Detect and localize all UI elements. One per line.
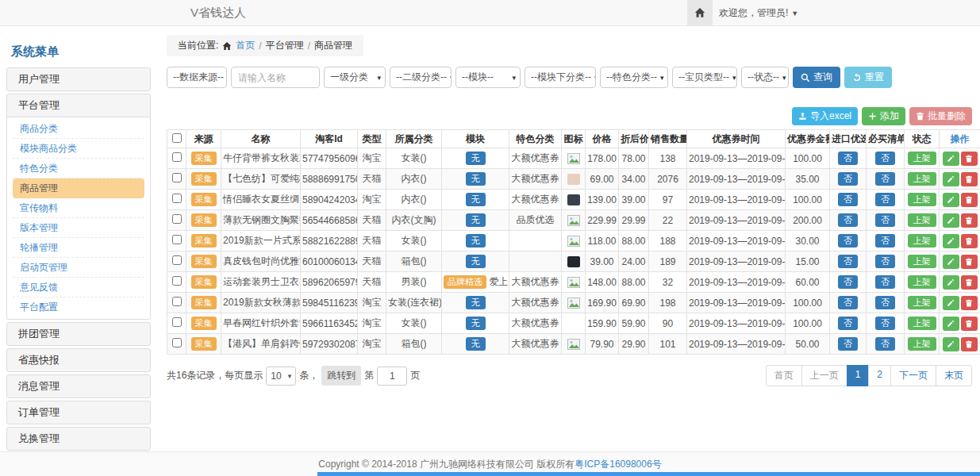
sidebar-item[interactable]: 启动页管理	[13, 258, 144, 278]
sidebar-group-header-6[interactable]: 兑换管理	[7, 428, 150, 450]
sidebar-item[interactable]: 模块商品分类	[13, 139, 144, 159]
sidebar-group-header-5[interactable]: 订单管理	[7, 401, 150, 424]
filter-select[interactable]: --状态--▾	[741, 67, 789, 88]
delete-button[interactable]	[961, 296, 978, 310]
sidebar-group-header-1[interactable]: 平台管理	[7, 94, 150, 117]
edit-button[interactable]	[943, 337, 959, 351]
edit-button[interactable]	[943, 296, 959, 310]
status-badge[interactable]: 上架	[908, 172, 936, 186]
page-button-1[interactable]: 1	[847, 365, 870, 386]
status-badge[interactable]: 上架	[908, 234, 936, 248]
must-buy-toggle[interactable]: 否	[875, 152, 895, 166]
must-buy-toggle[interactable]: 否	[875, 337, 895, 351]
row-checkbox[interactable]	[172, 255, 182, 265]
filter-select[interactable]: --模块下分类--▾	[525, 67, 596, 88]
home-shortcut-button[interactable]	[687, 0, 713, 25]
delete-button[interactable]	[961, 172, 978, 186]
import-select-toggle[interactable]: 否	[838, 152, 858, 166]
delete-button[interactable]	[961, 275, 978, 290]
icp-link[interactable]: 粤ICP备16098006号	[575, 459, 661, 470]
delete-button[interactable]	[961, 234, 978, 248]
jump-page-input[interactable]	[377, 367, 407, 386]
sidebar-group-header-4[interactable]: 消息管理	[7, 375, 150, 397]
page-button-首页[interactable]: 首页	[766, 365, 802, 386]
edit-button[interactable]	[943, 255, 959, 269]
import-select-toggle[interactable]: 否	[838, 234, 858, 248]
add-button[interactable]: 添加	[862, 107, 905, 125]
delete-button[interactable]	[961, 255, 978, 269]
sidebar-item[interactable]: 轮播管理	[13, 238, 144, 258]
status-badge[interactable]: 上架	[908, 317, 936, 331]
import-select-toggle[interactable]: 否	[838, 317, 858, 331]
row-checkbox[interactable]	[172, 214, 182, 224]
row-checkbox[interactable]	[172, 235, 182, 244]
row-checkbox[interactable]	[172, 173, 182, 182]
row-checkbox[interactable]	[172, 276, 182, 286]
page-button-下一页[interactable]: 下一页	[890, 365, 936, 386]
status-badge[interactable]: 上架	[908, 296, 936, 310]
per-page-select[interactable]: 10▾	[266, 367, 296, 386]
row-checkbox[interactable]	[172, 152, 182, 162]
select-all-checkbox[interactable]	[172, 133, 182, 143]
delete-button[interactable]	[961, 317, 978, 331]
status-badge[interactable]: 上架	[908, 275, 936, 290]
sidebar-group-header-2[interactable]: 拼团管理	[7, 323, 150, 345]
filter-select[interactable]: --宝贝类型--▾	[672, 67, 737, 88]
import-select-toggle[interactable]: 否	[838, 275, 858, 290]
sidebar-group-header-0[interactable]: 用户管理	[7, 68, 150, 90]
row-checkbox[interactable]	[172, 297, 182, 306]
must-buy-toggle[interactable]: 否	[875, 317, 895, 331]
delete-button[interactable]	[961, 213, 978, 228]
must-buy-toggle[interactable]: 否	[875, 275, 895, 290]
name-search-input[interactable]	[231, 67, 320, 88]
filter-select[interactable]: --特色分类--▾	[600, 67, 668, 88]
sidebar-item[interactable]: 意见反馈	[13, 278, 144, 298]
filter-select[interactable]: --数据来源--▾	[167, 67, 227, 88]
breadcrumb-home-link[interactable]: 首页	[236, 39, 255, 52]
sidebar-item[interactable]: 平台配置	[13, 298, 144, 317]
page-button-上一页[interactable]: 上一页	[801, 365, 847, 386]
import-select-toggle[interactable]: 否	[838, 193, 858, 207]
delete-button[interactable]	[961, 193, 978, 207]
user-menu[interactable]: 欢迎您，管理员!▼	[719, 0, 798, 26]
must-buy-toggle[interactable]: 否	[875, 296, 895, 310]
page-button-2[interactable]: 2	[868, 365, 891, 386]
sidebar-item[interactable]: 商品分类	[13, 119, 144, 139]
reset-button[interactable]: 重置	[844, 67, 892, 88]
sidebar-item[interactable]: 版本管理	[13, 218, 144, 238]
must-buy-toggle[interactable]: 否	[875, 234, 895, 248]
row-checkbox[interactable]	[172, 194, 182, 203]
must-buy-toggle[interactable]: 否	[875, 213, 895, 228]
must-buy-toggle[interactable]: 否	[875, 255, 895, 269]
status-badge[interactable]: 上架	[908, 255, 936, 269]
delete-button[interactable]	[961, 152, 978, 166]
must-buy-toggle[interactable]: 否	[875, 172, 895, 186]
edit-button[interactable]	[943, 152, 959, 166]
batch-delete-button[interactable]: 批量删除	[909, 107, 972, 125]
edit-button[interactable]	[943, 275, 959, 290]
import-select-toggle[interactable]: 否	[838, 255, 858, 269]
import-select-toggle[interactable]: 否	[838, 172, 858, 186]
status-badge[interactable]: 上架	[908, 337, 936, 351]
import-excel-button[interactable]: 导入excel	[792, 107, 858, 125]
import-select-toggle[interactable]: 否	[838, 296, 858, 310]
search-button[interactable]: 查询	[793, 67, 840, 88]
jump-button[interactable]: 跳转到	[321, 366, 361, 386]
import-select-toggle[interactable]: 否	[838, 337, 858, 351]
edit-button[interactable]	[943, 172, 959, 186]
filter-select[interactable]: --二级分类--▾	[390, 67, 452, 88]
sidebar-item[interactable]: 宣传物料	[13, 198, 144, 218]
delete-button[interactable]	[961, 337, 978, 351]
status-badge[interactable]: 上架	[908, 193, 936, 207]
must-buy-toggle[interactable]: 否	[875, 193, 895, 207]
import-select-toggle[interactable]: 否	[838, 213, 858, 228]
page-button-末页[interactable]: 末页	[936, 365, 972, 386]
row-checkbox[interactable]	[172, 317, 182, 327]
sidebar-item[interactable]: 特色分类	[13, 159, 144, 178]
filter-select[interactable]: --模块--▾	[455, 67, 521, 88]
status-badge[interactable]: 上架	[908, 152, 936, 166]
row-checkbox[interactable]	[172, 338, 182, 347]
sidebar-item[interactable]: 商品管理	[13, 178, 144, 198]
filter-select[interactable]: 一级分类▾	[324, 67, 386, 88]
edit-button[interactable]	[943, 234, 959, 248]
